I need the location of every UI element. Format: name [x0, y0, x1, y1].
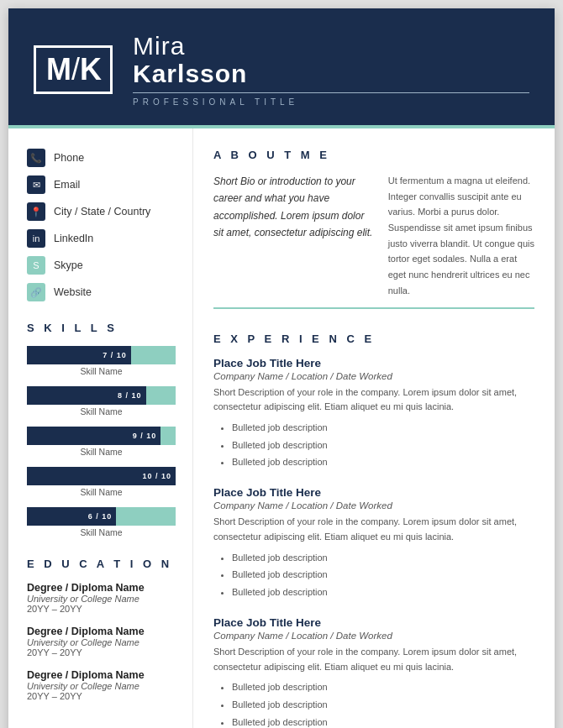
- skill-bar-fill: 6 / 10: [27, 507, 116, 526]
- phone-icon: 📞: [27, 149, 45, 167]
- contact-linkedin: in LinkedIn: [27, 229, 176, 248]
- job-description: Short Description of your role in the co…: [213, 515, 534, 544]
- skill-item: 8 / 10 Skill Name: [27, 386, 176, 416]
- company-info: Company Name / Location / Date Worked: [213, 371, 534, 381]
- skill-bar-container: 10 / 10: [27, 467, 176, 485]
- education-item: Degree / Diploma Name University or Coll…: [27, 669, 176, 701]
- edu-degree: Degree / Diploma Name: [27, 626, 176, 637]
- experience-section: E X P E R I E N C E Place Job Title Here…: [213, 333, 534, 729]
- linkedin-icon: in: [27, 229, 45, 248]
- skill-score: 6 / 10: [88, 512, 113, 521]
- name-block: Mira Karlsson PROFESSIONAL TITLE: [133, 32, 529, 107]
- contact-email: ✉ Email: [27, 175, 176, 194]
- skill-item: 10 / 10 Skill Name: [27, 467, 176, 497]
- about-extra: Ut fermentum a magna ut eleifend. Intege…: [388, 173, 534, 299]
- skill-bar-fill: 10 / 10: [27, 467, 176, 485]
- contact-skype-label: Skype: [54, 259, 83, 271]
- education-section: E D U C A T I O N Degree / Diploma Name …: [27, 558, 176, 701]
- bullet-item: Bulleted job description: [232, 678, 534, 696]
- experience-list: Place Job Title Here Company Name / Loca…: [213, 357, 534, 729]
- location-icon: 📍: [27, 202, 45, 221]
- skills-section: S K I L L S 7 / 10 Skill Name 8 / 10 Ski…: [27, 322, 176, 537]
- skills-heading: S K I L L S: [27, 322, 176, 334]
- experience-item: Place Job Title Here Company Name / Loca…: [213, 357, 534, 472]
- education-item: Degree / Diploma Name University or Coll…: [27, 626, 176, 657]
- bullet-item: Bulleted job description: [232, 566, 534, 584]
- about-section: A B O U T M E Short Bio or introduction …: [213, 149, 534, 309]
- job-title: Place Job Title Here: [213, 616, 534, 629]
- education-item: Degree / Diploma Name University or Coll…: [27, 582, 176, 614]
- job-description: Short Description of your role in the co…: [213, 385, 534, 415]
- skills-list: 7 / 10 Skill Name 8 / 10 Skill Name 9 / …: [27, 346, 176, 537]
- website-icon: 🔗: [27, 283, 45, 301]
- company-info: Company Name / Location / Date Worked: [213, 500, 534, 511]
- skill-bar-container: 7 / 10: [27, 346, 176, 364]
- skill-score: 10 / 10: [142, 472, 171, 480]
- edu-years: 20YY – 20YY: [27, 647, 176, 657]
- edu-years: 20YY – 20YY: [27, 691, 176, 701]
- skill-score: 7 / 10: [103, 351, 127, 359]
- skill-bar-fill: 7 / 10: [27, 346, 131, 364]
- body-section: 📞 Phone ✉ Email 📍 City / State / Country…: [8, 128, 555, 728]
- experience-heading: E X P E R I E N C E: [213, 333, 534, 345]
- bullet-item: Bulleted job description: [232, 696, 534, 714]
- resume-header: M / K Mira Karlsson PROFESSIONAL TITLE: [8, 8, 555, 125]
- job-bullets: Bulleted job descriptionBulleted job des…: [213, 549, 534, 602]
- skill-bar-fill: 9 / 10: [27, 427, 160, 445]
- edu-university: University or College Name: [27, 681, 176, 691]
- job-title: Place Job Title Here: [213, 486, 534, 499]
- skill-name: Skill Name: [27, 487, 176, 497]
- contact-email-label: Email: [54, 179, 80, 191]
- edu-degree: Degree / Diploma Name: [27, 582, 176, 594]
- skill-item: 9 / 10 Skill Name: [27, 427, 176, 457]
- contact-location-label: City / State / Country: [54, 206, 150, 217]
- skill-name: Skill Name: [27, 406, 176, 416]
- contact-linkedin-label: LinkedIn: [54, 233, 93, 244]
- skill-bar-container: 8 / 10: [27, 386, 176, 405]
- logo-initial-m: M: [46, 55, 70, 85]
- last-name: Karlsson: [133, 60, 529, 87]
- edu-years: 20YY – 20YY: [27, 604, 176, 614]
- skill-name: Skill Name: [27, 447, 176, 457]
- about-content: Short Bio or introduction to your career…: [213, 173, 534, 299]
- contact-phone-label: Phone: [54, 152, 84, 164]
- skill-item: 7 / 10 Skill Name: [27, 346, 176, 376]
- bullet-item: Bulleted job description: [232, 437, 534, 454]
- resume-document: M / K Mira Karlsson PROFESSIONAL TITLE 📞…: [8, 8, 555, 728]
- contact-phone: 📞 Phone: [27, 149, 176, 167]
- skill-bar-container: 6 / 10: [27, 507, 176, 526]
- contact-website: 🔗 Website: [27, 283, 176, 301]
- professional-title: PROFESSIONAL TITLE: [133, 92, 529, 107]
- job-bullets: Bulleted job descriptionBulleted job des…: [213, 419, 534, 472]
- logo-block: M / K: [34, 45, 113, 94]
- job-description: Short Description of your role in the co…: [213, 645, 534, 674]
- logo-slash: /: [71, 55, 78, 85]
- skill-bar-container: 9 / 10: [27, 427, 176, 445]
- job-title: Place Job Title Here: [213, 357, 534, 369]
- skill-bar-fill: 8 / 10: [27, 386, 146, 405]
- skill-item: 6 / 10 Skill Name: [27, 507, 176, 537]
- bullet-item: Bulleted job description: [232, 549, 534, 567]
- contact-skype: S Skype: [27, 256, 176, 275]
- first-name: Mira: [133, 32, 529, 60]
- skill-score: 9 / 10: [133, 432, 157, 440]
- contact-website-label: Website: [54, 286, 92, 298]
- bullet-item: Bulleted job description: [232, 714, 534, 728]
- bullet-item: Bulleted job description: [232, 584, 534, 601]
- skill-name: Skill Name: [27, 527, 176, 537]
- edu-degree: Degree / Diploma Name: [27, 669, 176, 681]
- right-column: A B O U T M E Short Bio or introduction …: [193, 128, 555, 728]
- experience-item: Place Job Title Here Company Name / Loca…: [213, 486, 534, 601]
- contact-section: 📞 Phone ✉ Email 📍 City / State / Country…: [27, 149, 176, 301]
- skype-icon: S: [27, 256, 45, 275]
- about-heading: A B O U T M E: [213, 149, 534, 161]
- skill-name: Skill Name: [27, 366, 176, 376]
- email-icon: ✉: [27, 175, 45, 194]
- experience-item: Place Job Title Here Company Name / Loca…: [213, 616, 534, 728]
- edu-university: University or College Name: [27, 637, 176, 647]
- logo-initial-k: K: [80, 55, 100, 85]
- company-info: Company Name / Location / Date Worked: [213, 631, 534, 641]
- edu-university: University or College Name: [27, 594, 176, 604]
- bullet-item: Bulleted job description: [232, 453, 534, 471]
- bullet-item: Bulleted job description: [232, 419, 534, 437]
